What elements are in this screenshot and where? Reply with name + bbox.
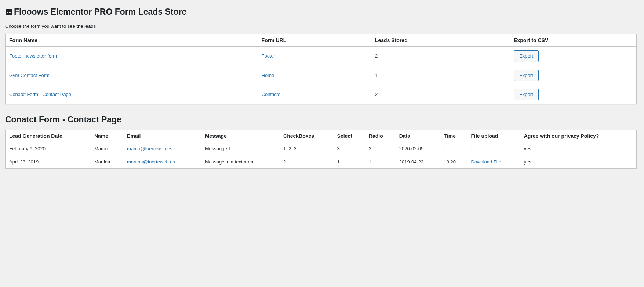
lead-message: Messagge 1: [201, 142, 280, 155]
form-url-link[interactable]: Contacts: [262, 92, 280, 97]
leads-stored-value: 2: [371, 85, 510, 104]
table-row: Footer newsletter form Footer 2 Export: [6, 47, 636, 66]
lead-message: Message in a text area: [201, 155, 280, 168]
lead-radio: 2: [365, 142, 396, 155]
form-url-link[interactable]: Footer: [262, 53, 276, 59]
lead-name: Martina: [91, 155, 123, 168]
lead-agree: yes: [520, 155, 636, 168]
leads-header-message: Message: [201, 130, 280, 142]
export-button[interactable]: Export: [514, 70, 539, 81]
page-title-text: Flooows Elementor PRO Form Leads Store: [14, 7, 186, 17]
table-row: February 6, 2020 Marco marco@fuerteweb.e…: [6, 142, 636, 155]
leads-header-checkboxes: CheckBoxes: [280, 130, 334, 142]
forms-table: Form Name Form URL Leads Stored Export t…: [5, 34, 637, 104]
lead-data: 2019-04-23: [396, 155, 440, 168]
leads-header-radio: Radio: [365, 130, 396, 142]
leads-header-name: Name: [91, 130, 123, 142]
lead-select: 1: [334, 155, 365, 168]
form-icon: [5, 8, 12, 16]
instruction-text: Choose the form you want to see the lead…: [5, 23, 637, 29]
leads-header-select: Select: [334, 130, 365, 142]
leads-header-date: Lead Generation Date: [6, 130, 91, 142]
table-row: Gym Contact Form Home 1 Export: [6, 66, 636, 85]
table-row: Conatct Form - Contact Page Contacts 2 E…: [6, 85, 636, 104]
lead-agree: yes: [520, 142, 636, 155]
form-url-link[interactable]: Home: [262, 73, 274, 78]
leads-table: Lead Generation Date Name Email Message …: [5, 130, 637, 169]
forms-header-url: Form URL: [258, 34, 371, 47]
page-title: Flooows Elementor PRO Form Leads Store: [5, 4, 637, 18]
leads-header-file: File upload: [467, 130, 520, 142]
section-title: Conatct Form - Contact Page: [5, 115, 637, 125]
forms-header-export: Export to CSV: [510, 34, 636, 47]
export-button[interactable]: Export: [514, 50, 539, 62]
leads-stored-value: 1: [371, 66, 510, 85]
lead-radio: 1: [365, 155, 396, 168]
export-button[interactable]: Export: [514, 89, 539, 100]
leads-stored-value: 2: [371, 47, 510, 66]
form-name-link[interactable]: Footer newsletter form: [9, 53, 57, 59]
lead-time: 13:20: [440, 155, 467, 168]
download-file-link[interactable]: Download File: [471, 159, 501, 165]
forms-header-stored: Leads Stored: [371, 34, 510, 47]
lead-checkboxes: 2: [280, 155, 334, 168]
leads-header-data: Data: [396, 130, 440, 142]
lead-email-link[interactable]: marco@fuerteweb.es: [127, 146, 172, 151]
forms-header-name: Form Name: [6, 34, 258, 47]
leads-header-email: Email: [123, 130, 201, 142]
lead-select: 3: [334, 142, 365, 155]
leads-header-agree: Agree with our privacy Policy?: [520, 130, 636, 142]
lead-checkboxes: 1, 2, 3: [280, 142, 334, 155]
lead-time: -: [440, 142, 467, 155]
leads-header-time: Time: [440, 130, 467, 142]
lead-name: Marco: [91, 142, 123, 155]
lead-email-link[interactable]: martina@fuerteweb.es: [127, 159, 175, 165]
lead-date: February 6, 2020: [6, 142, 91, 155]
lead-data: 2020-02-05: [396, 142, 440, 155]
lead-date: April 23, 2019: [6, 155, 91, 168]
lead-file: -: [467, 142, 520, 155]
table-row: April 23, 2019 Martina martina@fuerteweb…: [6, 155, 636, 168]
form-name-link[interactable]: Gym Contact Form: [9, 73, 50, 78]
form-name-link[interactable]: Conatct Form - Contact Page: [9, 92, 71, 97]
